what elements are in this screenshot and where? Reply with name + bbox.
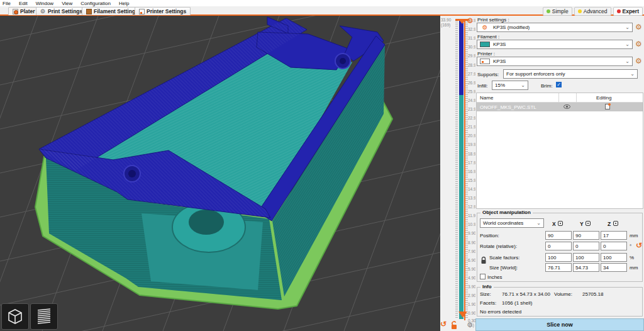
slider-options-gear-icon[interactable]: ⚙	[467, 321, 473, 329]
menu-item-window[interactable]: Window	[36, 1, 53, 6]
infill-value: 15%	[495, 82, 505, 88]
chevron-down-icon: ⌄	[536, 220, 541, 226]
rotate-y-input[interactable]	[573, 242, 599, 250]
reset-rotation-icon[interactable]: ↺	[636, 241, 642, 250]
axis-z-header: Z	[608, 221, 611, 227]
scale-y-input[interactable]	[573, 253, 599, 262]
filament-label: Filament :	[477, 34, 499, 40]
edit-icon[interactable]	[605, 104, 610, 109]
3d-viewport[interactable]	[0, 16, 440, 331]
position-y-input[interactable]	[573, 231, 599, 240]
scale-z-input[interactable]	[601, 253, 627, 262]
slider-tick-label: 3.90	[468, 284, 476, 289]
menu-bar: FileEditWindowViewConfigurationHelp	[0, 0, 644, 6]
name-column-header: Name	[480, 95, 493, 101]
printer-edit-gear[interactable]: ⚙	[635, 57, 643, 65]
chevron-down-icon: ⌄	[625, 25, 630, 30]
info-volume-label: Volume:	[554, 291, 572, 297]
info-size-value: 76.71 x 54.73 x 34.00	[502, 291, 550, 297]
cube-icon	[5, 306, 25, 327]
menu-item-help[interactable]: Help	[119, 1, 129, 6]
tab-plater-label: Plater	[20, 8, 35, 14]
tab-print-settings[interactable]: ⚙ Print Settings	[36, 7, 87, 15]
inches-checkbox[interactable]	[480, 274, 486, 279]
position-x-input[interactable]	[545, 231, 572, 240]
editing-column-header: Editing	[596, 95, 611, 101]
mode-expert-button[interactable]: Expert	[613, 7, 643, 16]
slice-now-button[interactable]: Slice now	[475, 318, 644, 331]
slider-unlock-icon[interactable]	[450, 321, 458, 330]
slider-tick-label: 8.90	[468, 240, 476, 245]
layer-color-bar[interactable]	[459, 21, 464, 319]
menu-item-file[interactable]: File	[3, 1, 11, 6]
tab-bar: Plater ⚙ Print Settings Filament Setting…	[0, 6, 644, 16]
mode-advanced-label: Advanced	[584, 8, 608, 14]
rotate-unit: °	[630, 244, 631, 249]
3d-view-button[interactable]	[1, 303, 29, 330]
axis-z-icon	[613, 221, 618, 226]
chevron-down-icon: ⌄	[630, 71, 635, 77]
view-mode-buttons	[1, 303, 58, 330]
info-facets-label: Facets:	[480, 300, 496, 306]
slider-tick-label: 6.90	[468, 258, 476, 262]
slider-top-value: 33.90	[441, 18, 451, 22]
axis-x-icon	[558, 221, 563, 226]
print-settings-select[interactable]: ⚙ KP3S (modified) ⌄	[477, 23, 633, 32]
settings-panel: Print settings : ⚙ KP3S (modified) ⌄ ⚙ F…	[475, 16, 644, 331]
slider-settings-gear-icon[interactable]: ⚙	[467, 16, 474, 25]
infill-select[interactable]: 15% ⌄	[492, 81, 528, 90]
plater-icon	[13, 9, 18, 14]
position-unit: mm	[630, 233, 638, 238]
slider-tick-label: 4.90	[468, 276, 476, 280]
scale-lock-icon[interactable]	[480, 256, 487, 266]
slice-now-label: Slice now	[547, 322, 573, 328]
filament-value: KP3S	[493, 42, 506, 47]
slider-tick-label: 9.90	[468, 231, 476, 235]
menu-item-edit[interactable]: Edit	[19, 1, 28, 6]
size-label: Size [World]:	[489, 265, 518, 271]
object-row[interactable]: ONOFF_MKS_PWC.STL	[477, 103, 643, 111]
axis-x-header: X	[552, 221, 556, 227]
coordinates-value: World coordinates	[483, 220, 523, 226]
size-z-input[interactable]	[601, 263, 627, 272]
mode-advanced-button[interactable]: Advanced	[574, 7, 611, 16]
supports-select[interactable]: For support enforcers only ⌄	[503, 69, 638, 79]
slider-reset-icon[interactable]: ↺	[440, 320, 447, 328]
object-list: Name Editing ONOFF_MKS_PWC.STL	[476, 93, 643, 209]
printer-small-icon	[480, 59, 490, 64]
filament-edit-gear[interactable]: ⚙	[635, 40, 643, 48]
object-list-header: Name Editing	[477, 93, 643, 103]
printer-select[interactable]: KP3S ⌄	[477, 57, 633, 66]
slider-tick-label: 0.90	[468, 311, 476, 315]
menu-item-view[interactable]: View	[62, 1, 72, 6]
mode-simple-button[interactable]: Simple	[543, 7, 572, 16]
scale-x-input[interactable]	[545, 253, 572, 262]
tab-filament-settings[interactable]: Filament Settings	[82, 7, 143, 15]
coordinates-select[interactable]: World coordinates ⌄	[480, 218, 544, 228]
rotate-z-input[interactable]	[601, 242, 627, 250]
tab-plater[interactable]: Plater	[8, 7, 40, 15]
filament-select[interactable]: KP3S ⌄	[477, 40, 633, 49]
size-unit: mm	[630, 265, 638, 271]
size-y-input[interactable]	[573, 263, 599, 272]
slider-selection-line	[464, 20, 465, 320]
sliced-model-preview	[0, 16, 440, 331]
slider-lower-thumb[interactable]	[458, 311, 467, 318]
layers-view-button[interactable]	[30, 303, 58, 330]
size-x-input[interactable]	[545, 263, 572, 272]
brim-checkbox[interactable]: ✓	[556, 82, 562, 87]
info-status: No errors detected	[480, 309, 521, 315]
print-settings-edit-gear[interactable]: ⚙	[635, 23, 643, 31]
supports-value: For support enforcers only	[506, 71, 565, 77]
slider-tick-label: 7.90	[468, 249, 476, 254]
slider-tick-label: 5.90	[468, 267, 476, 271]
printer-icon	[139, 9, 145, 14]
rotate-x-input[interactable]	[545, 242, 572, 250]
tab-printer-settings[interactable]: Printer Settings	[135, 7, 191, 15]
menu-item-configuration[interactable]: Configuration	[80, 1, 111, 6]
eye-icon[interactable]	[564, 104, 570, 111]
mode-switch: Simple Advanced Expert	[543, 7, 643, 16]
filament-color-icon	[480, 42, 490, 47]
info-size-label: Size:	[480, 291, 491, 297]
position-z-input[interactable]	[601, 231, 627, 240]
